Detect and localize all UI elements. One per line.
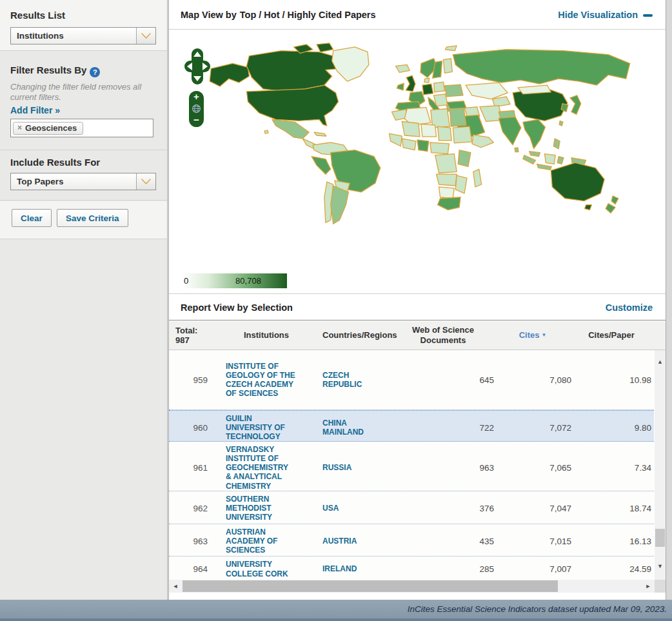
- scroll-up-icon[interactable]: ▲: [655, 357, 666, 368]
- filter-tag-label: Geosciences: [25, 123, 77, 133]
- report-view-title: Report View bySelection: [181, 302, 296, 313]
- institution-link[interactable]: UNIVERSITY COLLEGE CORK: [210, 557, 322, 580]
- add-filter-link[interactable]: Add Filter »: [10, 105, 60, 115]
- scroll-right-icon[interactable]: ►: [643, 580, 653, 593]
- remove-tag-icon[interactable]: ×: [17, 123, 22, 132]
- filter-tag-box: × Geosciences: [10, 119, 153, 137]
- institution-link[interactable]: VERNADSKY INSTITUTE OF GEOCHEMISTRY & AN…: [210, 442, 322, 494]
- institution-link[interactable]: AUSTRIAN ACADEMY OF SCIENCES: [210, 524, 322, 558]
- map-regions[interactable]: [210, 43, 630, 224]
- rank: 961: [169, 463, 210, 473]
- vertical-scrollbar[interactable]: ▲ ▼: [655, 350, 666, 580]
- scroll-down-icon[interactable]: ▼: [655, 561, 666, 572]
- include-results-selected: Top Papers: [11, 177, 136, 186]
- wos-documents: 963: [392, 463, 494, 473]
- results-list-selected: Institutions: [11, 31, 136, 41]
- hide-visualization-link[interactable]: Hide Visualization: [558, 10, 653, 20]
- main-panel: Map View byTop / Hot / Highly Cited Pape…: [168, 0, 666, 600]
- cites: 7,007: [494, 564, 571, 574]
- cites: 7,047: [494, 504, 571, 513]
- sort-desc-icon: ▼: [541, 332, 546, 338]
- results-table-body: 959 INSTITUTE OF GEOLOGY OF THE CZECH AC…: [169, 350, 654, 580]
- report-view-title-prefix: Report View by: [181, 302, 248, 313]
- country: CZECH REPUBLIC: [322, 371, 392, 389]
- table-row[interactable]: 959 INSTITUTE OF GEOLOGY OF THE CZECH AC…: [169, 350, 654, 410]
- column-header-countries[interactable]: Countries/Regions: [322, 330, 392, 340]
- country: USA: [322, 504, 392, 513]
- help-icon[interactable]: ?: [90, 67, 100, 77]
- filter-tag-geosciences[interactable]: × Geosciences: [13, 122, 83, 135]
- pan-up-icon[interactable]: [193, 52, 201, 57]
- scrollbar-corner: [655, 580, 666, 593]
- rank: 963: [169, 537, 210, 546]
- chevron-down-icon: [136, 28, 155, 44]
- legend-max-value: 80,708: [222, 276, 274, 286]
- wos-documents: 376: [392, 504, 494, 513]
- chevron-down-icon: [136, 173, 155, 190]
- filter-sidebar: Results List Institutions Filter Results…: [0, 0, 168, 600]
- results-list-dropdown[interactable]: Institutions: [10, 27, 156, 44]
- wos-documents: 285: [392, 564, 494, 574]
- zoom-out-button[interactable]: −: [193, 115, 199, 124]
- filter-heading: Filter Results By?: [10, 64, 100, 77]
- footer-bar: InCites Essential Science Indicators dat…: [0, 600, 672, 621]
- total-count: Total: 987: [169, 326, 210, 345]
- pan-down-icon[interactable]: [193, 76, 201, 81]
- results-list-heading: Results List: [10, 10, 65, 21]
- map-pan-control[interactable]: [184, 48, 210, 84]
- cites: 7,065: [494, 463, 571, 473]
- cites-per-paper: 24.59: [571, 564, 651, 574]
- institution-link[interactable]: INSTITUTE OF GEOLOGY OF THE CZECH ACADEM…: [210, 359, 322, 402]
- rank: 964: [169, 564, 210, 574]
- country: CHINA MAINLAND: [322, 419, 392, 437]
- country: RUSSIA: [322, 463, 392, 472]
- column-header-cites-sorted[interactable]: Cites▼: [494, 330, 571, 340]
- vertical-scroll-thumb[interactable]: [655, 529, 665, 547]
- rank: 959: [169, 375, 210, 385]
- include-results-dropdown[interactable]: Top Papers: [10, 173, 156, 190]
- clear-button[interactable]: Clear: [12, 209, 52, 227]
- cites: 7,080: [494, 375, 571, 385]
- wos-documents: 722: [392, 423, 494, 433]
- table-row[interactable]: 963 AUSTRIAN ACADEMY OF SCIENCES AUSTRIA…: [169, 524, 654, 557]
- table-row-selected[interactable]: 960 GUILIN UNIVERSITY OF TECHNOLOGY CHIN…: [169, 410, 654, 442]
- zoom-in-button[interactable]: +: [193, 92, 199, 101]
- cites: 7,072: [494, 423, 571, 433]
- wos-documents: 645: [392, 375, 494, 385]
- column-header-institutions[interactable]: Institutions: [210, 330, 322, 340]
- pan-left-icon[interactable]: [187, 63, 192, 70]
- table-row[interactable]: 964 UNIVERSITY COLLEGE CORK IRELAND 285 …: [169, 557, 654, 580]
- column-header-cites-per-paper[interactable]: Cites/Paper: [571, 330, 651, 340]
- include-results-heading: Include Results For: [10, 157, 100, 168]
- save-criteria-button[interactable]: Save Criteria: [57, 209, 128, 227]
- customize-link[interactable]: Customize: [606, 302, 653, 313]
- rank: 960: [169, 423, 210, 433]
- map-zoom-control[interactable]: + −: [189, 91, 204, 127]
- cites-per-paper: 7.34: [571, 463, 651, 473]
- cites-per-paper: 10.98: [571, 375, 651, 385]
- scroll-left-icon[interactable]: ◄: [170, 580, 181, 593]
- table-row[interactable]: 962 SOUTHERN METHODIST UNIVERSITY USA 37…: [169, 491, 654, 524]
- map-view-title-prefix: Map View by: [181, 10, 237, 20]
- institution-link[interactable]: SOUTHERN METHODIST UNIVERSITY: [210, 491, 322, 525]
- map-view-title: Map View byTop / Hot / Highly Cited Pape…: [181, 10, 379, 20]
- map-view-header: Map View byTop / Hot / Highly Cited Pape…: [169, 0, 666, 30]
- globe-icon[interactable]: [192, 104, 201, 113]
- column-header-wos-documents[interactable]: Web of Science Documents: [392, 325, 494, 346]
- map-legend: 0 80,708: [177, 273, 306, 288]
- filter-note: Changing the filter field removes all cu…: [10, 82, 151, 103]
- pan-right-icon[interactable]: [203, 63, 208, 70]
- rank: 962: [169, 504, 210, 513]
- horizontal-scroll-thumb[interactable]: [183, 580, 558, 592]
- horizontal-scrollbar[interactable]: ◄ ►: [169, 580, 655, 593]
- world-choropleth-map[interactable]: [169, 37, 666, 291]
- institution-link[interactable]: GUILIN UNIVERSITY OF TECHNOLOGY: [210, 411, 322, 444]
- legend-min-value: 0: [184, 276, 188, 286]
- report-view-header: Report View bySelection Customize: [169, 295, 666, 320]
- country: AUSTRIA: [322, 537, 392, 546]
- map-view-title-main: Top / Hot / Highly Cited Papers: [240, 10, 376, 20]
- table-row[interactable]: 961 VERNADSKY INSTITUTE OF GEOCHEMISTRY …: [169, 442, 654, 491]
- minus-icon: [643, 14, 653, 17]
- wos-documents: 435: [392, 537, 494, 546]
- results-table-header: Total: 987 Institutions Countries/Region…: [169, 321, 666, 350]
